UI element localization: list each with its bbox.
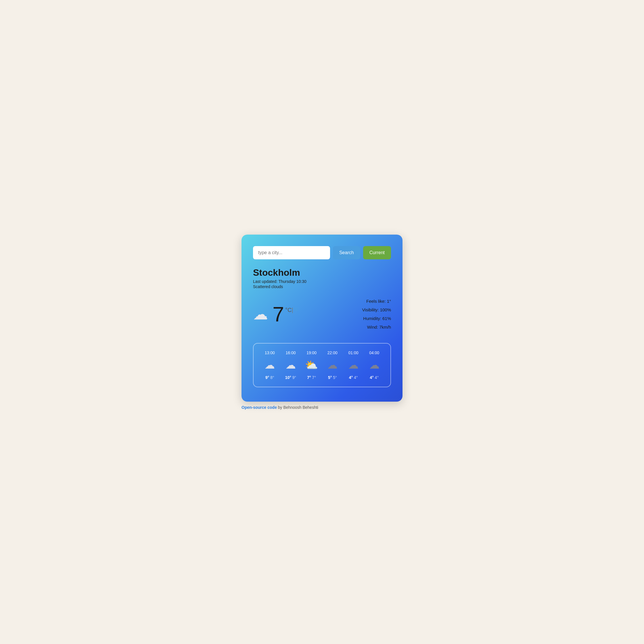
open-source-link[interactable]: Open-source code [241, 405, 277, 410]
temp-section: ☁ 7 °C|°F [253, 304, 299, 325]
hourly-time: 13:00 [259, 350, 280, 355]
fahrenheit-label[interactable]: °F [293, 307, 299, 313]
hourly-low: 4° [375, 375, 379, 380]
hourly-box: 13:00 ☁ 9° 8° 16:00 ☁ 10° 9° 19:00 ⛅ [253, 343, 391, 387]
temp-display: 7 °C|°F [273, 304, 299, 325]
main-weather: ☁ 7 °C|°F Feels like: 1° Visibility: 100… [253, 297, 391, 331]
hourly-low: 7° [312, 375, 316, 380]
hourly-low: 4° [354, 375, 358, 380]
hourly-item: 19:00 ⛅ 7° 7° [301, 350, 322, 380]
search-button[interactable]: Search [333, 246, 360, 259]
wind: Wind: 7km/h [362, 323, 391, 331]
footer: Open-source code by Behnoosh Beheshti [241, 405, 318, 410]
current-button[interactable]: Current [363, 246, 391, 259]
hourly-high: 7° [307, 375, 311, 380]
hourly-time: 19:00 [301, 350, 322, 355]
hourly-temps: 10° 9° [280, 375, 301, 380]
details-section: Feels like: 1° Visibility: 100% Humidity… [362, 297, 391, 331]
weather-description: Scattered clouds [253, 284, 391, 289]
hourly-cloud-icon: ☁ [280, 359, 301, 371]
hourly-temps: 7° 7° [301, 375, 322, 380]
hourly-time: 16:00 [280, 350, 301, 355]
hourly-high: 9° [265, 375, 269, 380]
app-wrapper: Search Current Stockholm Last updated: T… [241, 235, 403, 410]
hourly-cloud-icon: ☁ [364, 359, 385, 371]
hourly-temps: 4° 4° [343, 375, 364, 380]
hourly-cloud-icon: ☁ [343, 359, 364, 371]
hourly-low: 5° [333, 375, 337, 380]
hourly-temps: 9° 8° [259, 375, 280, 380]
hourly-high: 4° [349, 375, 353, 380]
hourly-time: 01:00 [343, 350, 364, 355]
hourly-time: 04:00 [364, 350, 385, 355]
hourly-low: 9° [292, 375, 296, 380]
hourly-grid: 13:00 ☁ 9° 8° 16:00 ☁ 10° 9° 19:00 ⛅ [259, 350, 385, 380]
city-input[interactable] [253, 246, 330, 259]
hourly-temps: 4° 4° [364, 375, 385, 380]
hourly-item: 13:00 ☁ 9° 8° [259, 350, 280, 380]
city-name: Stockholm [253, 267, 391, 278]
hourly-high: 4° [370, 375, 373, 380]
hourly-cloud-icon: ☁ [322, 359, 343, 371]
hourly-temps: 5° 5° [322, 375, 343, 380]
celsius-label[interactable]: °C [285, 307, 292, 313]
visibility: Visibility: 100% [362, 306, 391, 314]
temperature-value: 7 [273, 304, 284, 325]
hourly-item: 22:00 ☁ 5° 5° [322, 350, 343, 380]
feels-like: Feels like: 1° [362, 297, 391, 306]
hourly-high: 10° [285, 375, 291, 380]
footer-by: by Behnoosh Beheshti [277, 405, 318, 410]
hourly-low: 8° [270, 375, 274, 380]
hourly-item: 01:00 ☁ 4° 4° [343, 350, 364, 380]
temp-units: °C|°F [285, 307, 299, 313]
hourly-item: 16:00 ☁ 10° 9° [280, 350, 301, 380]
last-updated: Last updated: Thursday 10:30 [253, 279, 391, 284]
hourly-cloud-icon: ☁ [259, 359, 280, 371]
hourly-item: 04:00 ☁ 4° 4° [364, 350, 385, 380]
hourly-high: 5° [328, 375, 332, 380]
main-cloud-icon: ☁ [253, 306, 268, 323]
hourly-time: 22:00 [322, 350, 343, 355]
search-row: Search Current [253, 246, 391, 259]
humidity: Humidity: 61% [362, 314, 391, 323]
weather-card: Search Current Stockholm Last updated: T… [241, 235, 403, 402]
hourly-cloud-icon: ⛅ [301, 359, 322, 371]
